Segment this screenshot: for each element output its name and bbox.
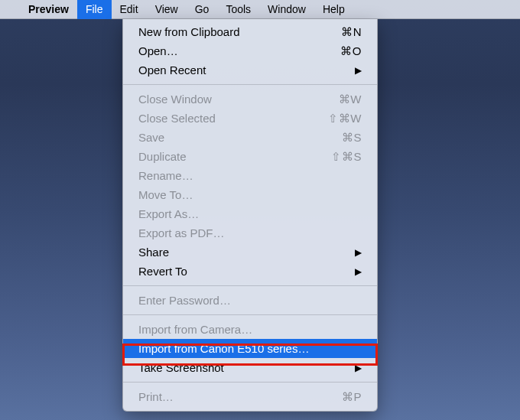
menu-help[interactable]: Help	[314, 0, 353, 19]
menu-item-label: Revert To	[138, 265, 187, 278]
menu-item-shortcut: ⌘O	[325, 44, 362, 58]
menu-item-label: Share	[138, 246, 169, 259]
menu-item-label: Open Recent	[138, 63, 206, 77]
menu-go[interactable]: Go	[187, 0, 218, 19]
menu-item-shortcut: ⌘W	[325, 93, 362, 106]
menu-item-label: Take Screenshot	[138, 361, 224, 374]
menu-item-shortcut: ⇧⌘W	[325, 112, 362, 125]
menu-item: Move To…	[123, 185, 377, 204]
menu-item[interactable]: Open Recent▶	[123, 60, 377, 80]
menu-item-label: Export As…	[138, 207, 199, 220]
menu-item-label: Export as PDF…	[138, 226, 225, 239]
menu-item-shortcut: ⌘N	[325, 25, 362, 39]
submenu-arrow-icon: ▶	[355, 363, 362, 373]
menu-item-label: New from Clipboard	[138, 25, 240, 38]
menu-item: Save⌘S	[123, 128, 377, 147]
menu-item-shortcut: ⌘S	[325, 131, 362, 145]
menu-item-shortcut: ⌘P	[325, 390, 362, 404]
menu-item-label: Print…	[138, 390, 174, 403]
menu-item-label: Close Window	[138, 93, 212, 106]
submenu-arrow-icon: ▶	[355, 66, 362, 75]
menu-item: Import from Camera…	[123, 320, 377, 339]
menu-item-label: Move To…	[138, 188, 193, 201]
menu-edit[interactable]: Edit	[112, 0, 147, 19]
app-menu-preview[interactable]: Preview	[20, 0, 77, 19]
menu-item-label: Close Selected	[138, 112, 216, 125]
menu-tools[interactable]: Tools	[217, 0, 259, 19]
menubar: Preview File Edit View Go Tools Window H…	[0, 0, 520, 19]
menu-item-label: Save	[138, 131, 164, 144]
menu-item[interactable]: New from Clipboard⌘N	[123, 22, 377, 41]
submenu-arrow-icon: ▶	[355, 248, 362, 257]
menu-window[interactable]: Window	[259, 0, 314, 19]
menu-item-label: Enter Password…	[138, 294, 231, 307]
file-menu-dropdown: New from Clipboard⌘NOpen…⌘OOpen Recent▶C…	[122, 19, 378, 412]
menu-item-label: Import from Camera…	[138, 323, 252, 336]
menu-view[interactable]: View	[147, 0, 187, 19]
menu-separator	[123, 285, 377, 286]
menu-item-label: Rename…	[138, 169, 193, 182]
menu-item: Duplicate⇧⌘S	[123, 147, 377, 166]
menu-item: Rename…	[123, 166, 377, 185]
menu-item-label: Import from Canon E510 series…	[138, 342, 309, 355]
menu-item[interactable]: Share▶	[123, 243, 377, 262]
menu-item[interactable]: Import from Canon E510 series…	[123, 339, 377, 358]
menu-separator	[123, 84, 377, 85]
menu-item[interactable]: Open…⌘O	[123, 41, 377, 60]
menu-item: Export As…	[123, 204, 377, 223]
menu-item: Export as PDF…	[123, 223, 377, 243]
submenu-arrow-icon: ▶	[355, 267, 362, 276]
menu-separator	[123, 314, 377, 315]
menu-item[interactable]: Take Screenshot▶	[123, 358, 377, 377]
menu-item: Close Selected⇧⌘W	[123, 109, 377, 128]
menu-file[interactable]: File	[77, 0, 112, 19]
menu-separator	[123, 382, 377, 383]
menu-item: Enter Password…	[123, 291, 377, 310]
menu-item-label: Duplicate	[138, 150, 187, 163]
menu-item: Close Window⌘W	[123, 90, 377, 109]
menu-item-label: Open…	[138, 44, 178, 57]
menu-item-shortcut: ⇧⌘S	[325, 150, 362, 164]
menu-item: Print…⌘P	[123, 387, 377, 406]
menu-item[interactable]: Revert To▶	[123, 262, 377, 281]
